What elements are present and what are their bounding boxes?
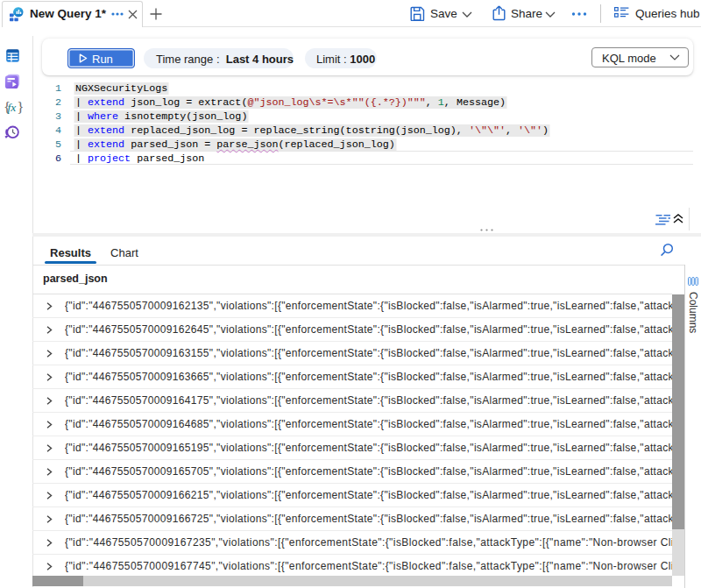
svg-text:}: }: [17, 99, 23, 116]
svg-text:fx: fx: [8, 101, 17, 114]
